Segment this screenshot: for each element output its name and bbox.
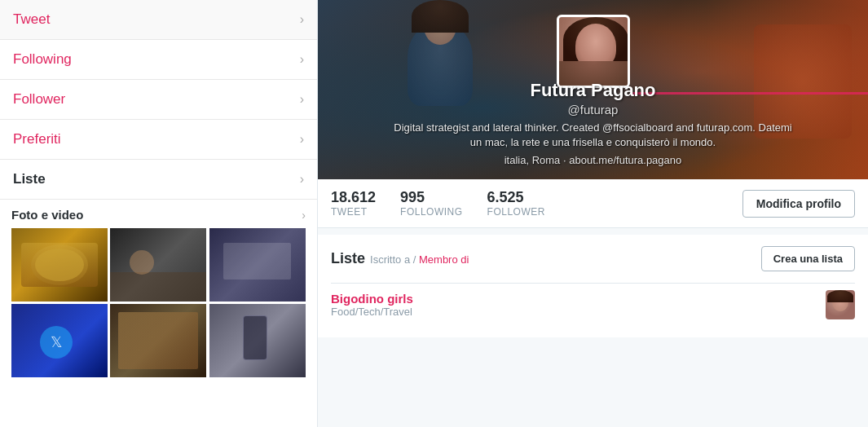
location-text: italia, Roma	[504, 154, 561, 166]
lists-title-group: Liste Iscritto a / Membro di	[331, 250, 469, 267]
sidebar-item-preferiti-label: Preferiti	[13, 131, 61, 147]
sidebar-item-tweet[interactable]: Tweet ›	[0, 0, 317, 40]
lists-subtitle-sep: /	[413, 253, 419, 266]
sidebar-item-following-label: Following	[13, 51, 72, 68]
following-stat: 995 FOLLOWING	[400, 189, 463, 218]
follower-label: FOLLOWER	[487, 206, 545, 218]
profile-location: italia, Roma · about.me/futura.pagano	[318, 154, 868, 166]
photos-grid: 𝕏	[11, 228, 306, 377]
profile-header: Futura Pagano @futurap Digital strategis…	[318, 0, 868, 179]
sidebar: Tweet › Following › Follower › Preferiti…	[0, 0, 318, 427]
sidebar-item-liste-label: Liste	[13, 171, 46, 187]
chevron-right-icon: ›	[300, 12, 304, 27]
location-separator: ·	[563, 154, 566, 166]
following-count: 995	[400, 189, 463, 206]
photo-thumbnail[interactable]: 𝕏	[11, 304, 108, 377]
list-item-avatar	[826, 290, 855, 319]
sidebar-item-tweet-label: Tweet	[13, 11, 50, 28]
photo-thumbnail[interactable]	[209, 304, 306, 377]
sidebar-item-following[interactable]: Following ›	[0, 40, 317, 80]
sidebar-item-liste[interactable]: Liste ›	[0, 160, 317, 200]
tweet-label: TWEET	[331, 206, 376, 218]
follower-count: 6.525	[487, 189, 545, 206]
sidebar-item-follower-label: Follower	[13, 91, 65, 108]
following-label: FOLLOWING	[400, 206, 463, 218]
chevron-right-icon: ›	[300, 132, 304, 147]
lists-membro-link[interactable]: Membro di	[419, 253, 469, 266]
list-item-name[interactable]: Bigodino girls	[331, 292, 413, 306]
lists-title: Liste	[331, 250, 365, 267]
chevron-right-icon: ›	[300, 92, 304, 107]
profile-name: Futura Pagano	[318, 80, 868, 101]
main-content: Futura Pagano @futurap Digital strategis…	[318, 0, 868, 427]
list-item-info: Bigodino girls Food/Tech/Travel	[331, 292, 413, 318]
lists-subtitle: Iscritto a / Membro di	[370, 253, 469, 266]
profile-bio: Digital strategist and lateral thinker. …	[390, 121, 797, 150]
profile-website: about.me/futura.pagano	[569, 154, 681, 166]
lists-subtitle-text: Iscritto a	[370, 253, 410, 266]
stats-bar: 18.612 TWEET 995 FOLLOWING 6.525 FOLLOWE…	[318, 179, 868, 228]
chevron-right-icon: ›	[302, 209, 306, 222]
photos-title: Foto e video	[11, 208, 83, 222]
photo-thumbnail[interactable]	[110, 304, 206, 377]
photos-section: Foto e video › 𝕏	[0, 200, 317, 382]
tweet-stat: 18.612 TWEET	[331, 189, 376, 218]
list-item-desc: Food/Tech/Travel	[331, 306, 413, 318]
list-item: Bigodino girls Food/Tech/Travel	[331, 283, 855, 326]
chevron-right-icon: ›	[300, 52, 304, 67]
photo-thumbnail[interactable]	[209, 228, 306, 302]
edit-profile-button[interactable]: Modifica profilo	[742, 190, 855, 218]
tweet-count: 18.612	[331, 189, 376, 206]
lists-header: Liste Iscritto a / Membro di Crea una li…	[331, 246, 855, 271]
sidebar-item-preferiti[interactable]: Preferiti ›	[0, 120, 317, 160]
photo-thumbnail[interactable]	[110, 228, 206, 302]
profile-info: Futura Pagano @futurap Digital strategis…	[318, 80, 868, 166]
follower-stat: 6.525 FOLLOWER	[487, 189, 545, 218]
sidebar-item-follower[interactable]: Follower ›	[0, 80, 317, 120]
create-list-button[interactable]: Crea una lista	[761, 246, 855, 271]
photos-header: Foto e video ›	[11, 208, 306, 222]
avatar	[557, 15, 630, 88]
photo-thumbnail[interactable]	[11, 228, 108, 302]
profile-handle: @futurap	[318, 103, 868, 117]
lists-section: Liste Iscritto a / Membro di Crea una li…	[318, 235, 868, 337]
chevron-right-icon: ›	[300, 172, 304, 187]
